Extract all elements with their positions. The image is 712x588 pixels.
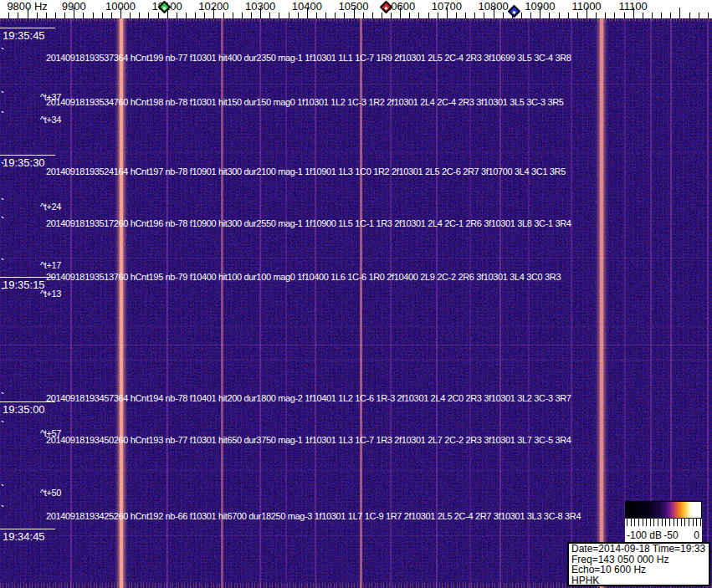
marker-center-dot <box>513 11 516 14</box>
colorbar-tick <box>631 519 632 526</box>
noise-artifact-line <box>0 258 712 258</box>
ruler-tick <box>242 13 243 18</box>
detection-log-line: 20140918193517260 hCnt196 nb-78 f10900 h… <box>46 218 571 228</box>
detection-log-line: 20140918193450260 hCnt193 nb-77 f10301 h… <box>46 435 571 445</box>
noise-artifact-line <box>0 535 712 536</box>
ruler-tick <box>298 13 299 18</box>
noise-artifact-line <box>0 360 712 360</box>
ruler-tick <box>223 13 224 18</box>
colorbar-ticks <box>625 519 702 529</box>
ruler-tick <box>521 13 522 18</box>
ruler-tick <box>372 13 373 18</box>
ruler-tick <box>670 13 671 18</box>
colorbar-tick <box>689 519 689 526</box>
event-edge-tick: ` <box>1 395 4 400</box>
ruler-tick <box>438 13 438 18</box>
info-line-date: Date=2014-09-18 Time=19:33 UTC <box>571 544 709 555</box>
ruler-tick <box>708 13 709 18</box>
ruler-tick <box>484 13 484 18</box>
edge-speckle-band <box>0 18 712 22</box>
noise-artifact-line <box>0 84 712 84</box>
detection-log-line: 20140918193534760 hCnt198 nb-78 f10301 h… <box>46 97 564 107</box>
ruler-tick <box>289 13 289 18</box>
ruler-tick <box>177 13 177 18</box>
ruler-tick <box>269 13 270 18</box>
marker-center-dot <box>162 7 166 10</box>
colorbar-tick <box>696 519 697 526</box>
ruler-tick <box>8 13 9 18</box>
colorbar-tick <box>627 519 627 526</box>
detection-log-line: 20140918193457364 hCnt194 nb-78 f10401 h… <box>46 393 571 403</box>
colorbar-label-max: 0 <box>694 529 699 541</box>
colorbar-tick <box>681 519 682 526</box>
event-edge-tick: ` <box>1 423 4 428</box>
ruler-tick <box>679 8 680 18</box>
ruler-tick <box>382 13 382 18</box>
signal-streak <box>571 18 572 588</box>
event-edge-tick: ` <box>1 261 4 266</box>
ruler-tick <box>83 13 84 18</box>
ruler-tick <box>148 13 149 18</box>
colorbar-tick <box>693 519 694 526</box>
marker-center-dot <box>384 7 387 10</box>
time-label: 19:34:45 <box>3 530 45 543</box>
time-tick-line <box>0 277 55 278</box>
ruler-tick <box>559 13 560 18</box>
ruler-tick <box>93 13 94 18</box>
signal-streak <box>600 18 603 588</box>
colorbar-gradient <box>625 501 702 519</box>
ruler-tick <box>391 13 392 18</box>
colorbar-tick <box>684 519 685 526</box>
noise-artifact-line <box>0 345 712 345</box>
ruler-tick <box>233 13 233 18</box>
spectrogram-app: 9800 Hz990010000101001020010300104001050… <box>0 0 712 588</box>
event-edge-tick: ` <box>1 94 4 99</box>
ruler-tick <box>204 13 205 18</box>
colorbar-tick <box>643 519 643 526</box>
ruler-tick <box>102 13 103 18</box>
ruler-tick <box>316 13 317 18</box>
frequency-ruler: 9800 Hz990010000101001020010300104001050… <box>0 0 712 18</box>
time-label: 19:35:45 <box>3 29 45 42</box>
colorbar-tick <box>665 519 666 526</box>
ruler-tick <box>418 13 419 18</box>
ruler-tick <box>55 13 56 18</box>
time-tick-line <box>0 155 55 156</box>
info-line-station: HPHK <box>571 575 709 586</box>
time-label: 19:35:30 <box>3 156 45 169</box>
colorbar: -100 dB -50 0 <box>625 501 702 542</box>
ruler-tick <box>652 13 653 18</box>
ruler-tick <box>428 13 429 18</box>
colorbar-tick <box>650 519 651 526</box>
ruler-tick <box>344 13 345 18</box>
detection-log-line: 20140918193537364 hCnt199 nb-77 f10301 h… <box>46 53 571 63</box>
noise-artifact-line <box>0 152 712 153</box>
ruler-tick <box>251 13 252 18</box>
event-edge-tick: ` <box>1 201 4 206</box>
ruler-tick <box>130 13 131 18</box>
colorbar-tick <box>677 519 678 526</box>
ruler-tick <box>605 13 606 18</box>
ruler-tick <box>409 13 410 18</box>
colorbar-label-mid: -50 <box>658 529 684 541</box>
ruler-tick <box>363 13 364 18</box>
colorbar-tick <box>638 519 639 526</box>
noise-artifact-line <box>0 470 712 471</box>
event-edge-tick: ` <box>1 508 4 513</box>
detection-log-line: 20140918193524164 hCnt197 nb-78 f10901 h… <box>46 166 566 176</box>
ruler-tick <box>503 13 504 18</box>
detection-log-line: 20140918193513760 hCnt195 nb-79 f10400 h… <box>46 272 561 282</box>
ruler-tick <box>335 13 336 18</box>
signal-streak <box>707 18 709 588</box>
ruler-tick <box>577 13 578 18</box>
ruler-tick <box>689 13 690 18</box>
noise-artifact-line <box>0 326 712 327</box>
event-edge-tick: ` <box>1 290 4 295</box>
colorbar-tick <box>658 519 658 526</box>
time-offset-mark: ^t+17 <box>40 260 61 270</box>
colorbar-tick <box>674 519 674 526</box>
ruler-tick <box>111 13 112 18</box>
colorbar-tick <box>634 519 635 526</box>
event-edge-tick: ` <box>1 487 4 492</box>
ruler-tick <box>699 13 699 18</box>
